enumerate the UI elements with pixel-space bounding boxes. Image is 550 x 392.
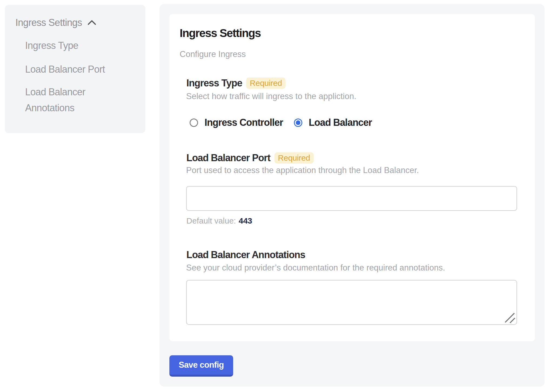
lb-port-description: Port used to access the application thro… (186, 165, 419, 175)
lb-annotations-description: See your cloud provider’s documentation … (186, 263, 445, 273)
settings-nav-sidebar: Ingress Settings Ingress Type Load Balan… (5, 5, 145, 133)
required-badge: Required (246, 77, 285, 89)
card-title: Ingress Settings (180, 26, 261, 40)
sidebar-item-load-balancer-annotations[interactable]: Load Balancer Annotations (25, 84, 120, 116)
ingress-type-description: Select how traffic will ingress to the a… (186, 91, 356, 101)
default-value-number: 443 (239, 216, 252, 225)
ingress-type-label: Ingress Type (186, 77, 242, 89)
sidebar-section-label: Ingress Settings (15, 17, 82, 28)
sidebar-item-load-balancer-port[interactable]: Load Balancer Port (25, 61, 120, 77)
lb-port-label: Load Balancer Port (186, 152, 270, 164)
ingress-controller-radio-label[interactable]: Ingress Controller (204, 117, 283, 128)
card-subtitle: Configure Ingress (180, 49, 246, 59)
ingress-controller-radio[interactable] (190, 119, 198, 127)
lb-port-input[interactable] (186, 186, 517, 211)
chevron-up-icon (88, 20, 96, 25)
lb-annotations-label: Load Balancer Annotations (186, 249, 305, 261)
lb-port-default: Default value:443 (186, 216, 252, 226)
load-balancer-radio[interactable] (294, 119, 302, 127)
default-value-label: Default value: (186, 216, 236, 225)
sidebar-section-ingress-settings[interactable]: Ingress Settings (15, 17, 96, 28)
sidebar-item-ingress-type[interactable]: Ingress Type (25, 38, 120, 53)
load-balancer-radio-label[interactable]: Load Balancer (309, 117, 372, 128)
required-badge: Required (274, 152, 314, 164)
lb-annotations-textarea[interactable] (186, 280, 517, 325)
save-config-button[interactable]: Save config (169, 355, 233, 377)
